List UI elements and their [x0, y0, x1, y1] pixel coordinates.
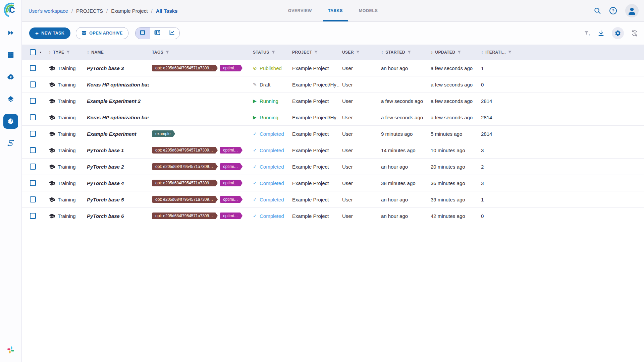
row-checkbox[interactable]	[30, 213, 36, 219]
table-row[interactable]: TrainingExample Experiment 2▶RunningExam…	[22, 93, 644, 109]
sidebar-item-expand-menu[interactable]	[3, 25, 18, 40]
tag[interactable]: opt: e205d684f7954571a7309…	[152, 196, 218, 203]
project-cell-value: Example Project	[292, 131, 329, 137]
tag[interactable]: optimi…	[220, 147, 243, 154]
select-dropdown-caret[interactable]: ▼	[39, 51, 42, 54]
help-icon[interactable]: ?	[609, 7, 617, 15]
filter-icon[interactable]	[271, 50, 275, 54]
table-row[interactable]: TrainingPyTorch base 4opt: e205d684f7954…	[22, 175, 644, 191]
breadcrumb-separator: /	[151, 8, 152, 14]
type-cell: Training	[46, 213, 84, 219]
table-row[interactable]: TrainingPyTorch base 2opt: e205d684f7954…	[22, 159, 644, 175]
tag[interactable]: optimi…	[220, 163, 243, 170]
select-all-checkbox[interactable]	[30, 49, 36, 55]
type-label: Training	[58, 213, 76, 219]
tag[interactable]: optimi…	[220, 196, 243, 203]
clearml-logo[interactable]: C	[3, 2, 19, 18]
task-name[interactable]: PyTorch base 3	[87, 65, 124, 71]
sort-icon[interactable]: ▲▼	[481, 51, 483, 54]
tag[interactable]: opt: e205d684f7954571a7309…	[152, 65, 218, 71]
filter-icon[interactable]	[356, 50, 360, 54]
table-row[interactable]: TrainingPyTorch base 1opt: e205d684f7954…	[22, 142, 644, 159]
table-row[interactable]: TrainingExample Experimentexample✓Comple…	[22, 126, 644, 142]
filter-icon[interactable]	[66, 50, 70, 54]
sidebar-item-pipelines[interactable]	[3, 136, 18, 151]
sidebar-item-datasets[interactable]	[3, 92, 18, 107]
tag[interactable]: opt: e205d684f7954571a7309…	[152, 163, 218, 170]
table-row[interactable]: TrainingPyTorch base 3opt: e205d684f7954…	[22, 60, 644, 76]
auto-refresh-icon[interactable]	[631, 30, 638, 37]
table-row[interactable]: TrainingPyTorch base 5opt: e205d684f7954…	[22, 191, 644, 208]
column-header-project[interactable]: PROJECT	[289, 50, 339, 55]
sidebar-item-projects[interactable]	[3, 114, 18, 129]
layers-icon	[7, 96, 14, 103]
task-name[interactable]: Keras HP optimization base	[87, 115, 149, 120]
sidebar-item-cloud-autoscalers[interactable]	[3, 70, 18, 84]
started-cell: 9 minutes ago	[378, 131, 428, 137]
row-checkbox[interactable]	[30, 98, 36, 104]
row-checkbox[interactable]	[30, 114, 36, 120]
new-task-button[interactable]: + NEW TASK	[29, 27, 70, 39]
sidebar-item-workers-queues[interactable]	[3, 48, 18, 62]
column-header-started[interactable]: ▲▼STARTED	[378, 50, 428, 55]
row-checkbox[interactable]	[30, 65, 36, 71]
clear-filters-icon[interactable]: x	[584, 30, 590, 37]
sort-icon[interactable]: ▲▼	[87, 51, 89, 54]
tab-tasks[interactable]: TASKS	[320, 0, 351, 21]
filter-icon[interactable]	[314, 50, 318, 54]
user-cell-value: User	[342, 65, 353, 71]
tag[interactable]: opt: e205d684f7954571a7309…	[152, 180, 218, 186]
row-checkbox[interactable]	[30, 180, 36, 186]
column-header-type[interactable]: ▲▼TYPE	[46, 50, 84, 55]
detail-view-button[interactable]	[150, 27, 165, 39]
table-row[interactable]: TrainingKeras HP optimization base▶Runni…	[22, 109, 644, 126]
column-header-iteration[interactable]: ▲▼ITERATI…	[478, 50, 644, 55]
row-checkbox[interactable]	[30, 131, 36, 137]
tag[interactable]: example	[152, 130, 175, 137]
column-header-updated[interactable]: ▲▼UPDATED	[428, 50, 478, 55]
table-row[interactable]: TrainingPyTorch base 6opt: e205d684f7954…	[22, 208, 644, 224]
task-name[interactable]: Keras HP optimization base	[87, 82, 149, 87]
compare-view-button[interactable]	[165, 27, 179, 39]
training-type-icon	[49, 147, 55, 154]
task-name[interactable]: PyTorch base 1	[87, 147, 124, 153]
column-header-tags[interactable]: TAGS	[149, 50, 250, 55]
column-header-status[interactable]: STATUS	[250, 50, 289, 55]
user-avatar[interactable]	[625, 4, 639, 17]
row-checkbox[interactable]	[30, 164, 36, 170]
task-name[interactable]: PyTorch base 5	[87, 197, 124, 202]
download-icon[interactable]	[598, 30, 604, 37]
open-archive-button[interactable]: OPEN ARCHIVE	[76, 27, 128, 39]
filter-icon[interactable]	[508, 50, 512, 54]
row-checkbox[interactable]	[30, 196, 36, 202]
column-header-user[interactable]: USER	[339, 50, 378, 55]
tag[interactable]: optimi…	[220, 65, 243, 71]
tag[interactable]: optimi…	[220, 180, 243, 186]
tab-models[interactable]: MODELS	[351, 0, 386, 21]
filter-icon[interactable]	[165, 50, 169, 54]
sort-icon[interactable]: ▲▼	[381, 51, 383, 54]
settings-gear-icon[interactable]	[612, 27, 624, 39]
task-name[interactable]: PyTorch base 4	[87, 180, 124, 186]
task-name[interactable]: Example Experiment	[87, 131, 137, 137]
task-name[interactable]: PyTorch base 2	[87, 164, 124, 170]
column-header-name[interactable]: ▲▼NAME	[84, 50, 149, 55]
filter-icon[interactable]	[407, 50, 411, 54]
tag[interactable]: opt: e205d684f7954571a7309…	[152, 147, 218, 154]
task-name[interactable]: Example Experiment 2	[87, 98, 141, 104]
search-icon[interactable]	[594, 7, 601, 14]
filter-icon[interactable]	[457, 50, 461, 54]
row-checkbox[interactable]	[30, 81, 36, 87]
task-name[interactable]: PyTorch base 6	[87, 213, 124, 219]
breadcrumb-item[interactable]: All Tasks	[156, 8, 178, 14]
breadcrumb-item[interactable]: User's workspace	[29, 8, 68, 14]
table-row[interactable]: TrainingKeras HP optimization base✎Draft…	[22, 76, 644, 93]
tag[interactable]: optimi…	[220, 213, 243, 219]
tag[interactable]: opt: e205d684f7954571a7309…	[152, 213, 218, 219]
row-checkbox[interactable]	[30, 147, 36, 153]
tab-overview[interactable]: OVERVIEW	[280, 0, 320, 21]
slack-icon[interactable]	[7, 346, 15, 355]
table-view-button[interactable]	[136, 27, 150, 39]
sort-icon[interactable]: ▲▼	[431, 51, 433, 54]
sort-icon[interactable]: ▲▼	[49, 51, 51, 54]
